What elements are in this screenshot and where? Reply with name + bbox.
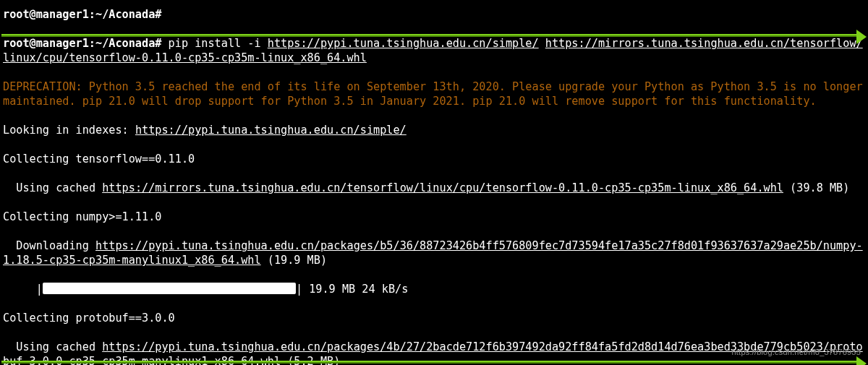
- previous-prompt-fragment: root@manager1:~/Aconada#: [3, 8, 161, 21]
- shell-prompt: root@manager1:~/Aconada#: [3, 37, 169, 50]
- space: [539, 37, 545, 50]
- looking-indexes-url: https://pypi.tuna.tsinghua.edu.cn/simple…: [135, 124, 407, 137]
- deprecation-warning: DEPRECATION: Python 3.5 reached the end …: [3, 80, 868, 108]
- using-cached-label: Using cached: [3, 181, 102, 194]
- command-text: pip install -i: [169, 37, 268, 50]
- watermark-text: https://blog.csdn.net/m0_37876935: [732, 345, 861, 359]
- highlight-arrow-icon: [1, 34, 858, 37]
- cached-tensorflow-size: (39.8 MB): [783, 181, 849, 194]
- progress-prefix: |: [3, 283, 43, 296]
- collecting-tensorflow: Collecting tensorflow==0.11.0: [3, 152, 865, 166]
- highlight-arrow-icon: [1, 361, 858, 364]
- using-cached-label: Using cached: [3, 340, 102, 353]
- numpy-url: https://pypi.tuna.tsinghua.edu.cn/packag…: [3, 239, 863, 267]
- downloading-label: Downloading: [3, 239, 95, 252]
- pip-index-url: https://pypi.tuna.tsinghua.edu.cn/simple…: [268, 37, 539, 50]
- progress-bar-icon: [43, 283, 296, 294]
- progress-suffix: | 19.9 MB 24 kB/s: [296, 283, 408, 296]
- collecting-numpy: Collecting numpy>=1.11.0: [3, 210, 865, 224]
- terminal-output[interactable]: root@manager1:~/Aconada# root@manager1:~…: [0, 0, 868, 365]
- cached-tensorflow-url: https://mirrors.tuna.tsinghua.edu.cn/ten…: [102, 181, 783, 194]
- numpy-size: (19.9 MB): [261, 254, 327, 267]
- collecting-protobuf: Collecting protobuf==3.0.0: [3, 311, 865, 325]
- looking-indexes-label: Looking in indexes:: [3, 124, 135, 137]
